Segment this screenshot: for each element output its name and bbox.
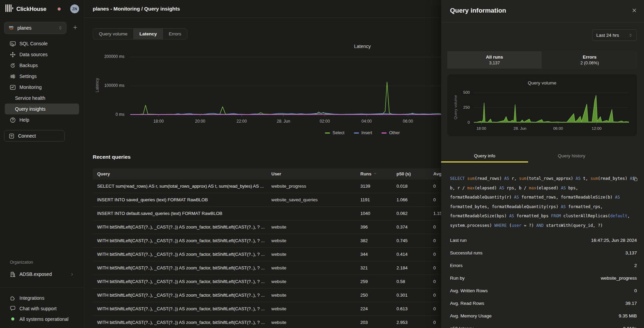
legend-item-insert[interactable]: Insert <box>354 130 372 135</box>
add-service-button[interactable] <box>71 23 80 33</box>
legend-item-select[interactable]: Select <box>325 130 344 135</box>
sidebar-item-query-insights[interactable]: Query insights <box>5 104 79 114</box>
sidebar-item-system-status[interactable]: All systems operational <box>5 314 79 324</box>
cell-runs: 203 <box>360 320 396 325</box>
y-tick-label: 100000 ms <box>91 83 124 88</box>
x-tick-label: 22:00 <box>237 119 247 124</box>
time-range-select[interactable]: Last 24 hrs <box>592 29 637 41</box>
service-row: aws planes <box>4 22 80 34</box>
time-range-value: Last 24 hrs <box>596 33 619 38</box>
sidebar-item-backups[interactable]: Backups <box>5 60 79 71</box>
cell-user: website <box>271 306 360 311</box>
summary-tab-value: 3,137 <box>489 61 500 65</box>
tab-query-info[interactable]: Query info <box>441 150 528 162</box>
sidebar-item-label: Monitoring <box>19 84 42 90</box>
tab-latency[interactable]: Latency <box>133 29 163 39</box>
chart-type-tabs: Query volumeLatencyErrors <box>93 28 188 40</box>
y-tick-label: 0 ms <box>91 112 124 117</box>
connect-icon <box>9 133 15 139</box>
volume-chart-title: Query volume <box>447 80 637 85</box>
column-header-query: Query <box>97 171 271 176</box>
x-tick-label: 18:00 <box>153 119 164 124</box>
building-icon <box>10 271 16 278</box>
query-stats: Last run16:47:25, Jun 28 2024Successful … <box>450 234 637 328</box>
sidebar-item-label: SQL Console <box>19 41 48 46</box>
legend-item-other[interactable]: Other <box>381 130 400 135</box>
stat-row: Errors2 <box>450 259 637 272</box>
brand-name: ClickHouse <box>16 6 46 12</box>
cell-query: WITH bitShiftLeft(CAST(?..), _CAST(?..))… <box>97 279 271 284</box>
cell-runs: 1040 <box>360 211 396 216</box>
cell-runs: 396 <box>360 224 396 230</box>
chevron-updown-icon <box>628 33 633 37</box>
query-volume-card: Query volume Query volume 500250018:0028… <box>447 74 637 136</box>
sidebar-item-settings[interactable]: Settings <box>5 71 79 82</box>
y-tick-label: 0 <box>458 120 470 124</box>
chevron-right-icon <box>70 272 74 277</box>
cell-runs: 3139 <box>360 184 396 189</box>
cell-runs: 344 <box>360 252 396 257</box>
sidebar-item-label: Data sources <box>19 52 47 57</box>
stat-value: 9.35 MiB <box>619 313 637 318</box>
data-icon <box>10 51 16 58</box>
sidebar-item-label: Chat with support <box>19 306 57 311</box>
summary-tab-all-runs[interactable]: All runs3,137 <box>447 51 542 69</box>
cell-query: WITH bitShiftLeft(CAST(?..), _CAST(?..))… <box>97 306 271 311</box>
stat-label: Last run <box>450 238 467 243</box>
tab-errors[interactable]: Errors <box>163 29 187 39</box>
stat-label: Errors <box>450 263 463 268</box>
column-header-runs[interactable]: Runs <box>360 171 396 176</box>
panel-title: Query information <box>450 7 506 14</box>
stat-row: Run bywebsite_progress <box>450 272 637 284</box>
sidebar-item-sql-console[interactable]: SQL Console <box>5 38 79 49</box>
summary-tab-errors[interactable]: Errors2 (0.06%) <box>542 51 637 69</box>
sidebar-item-organization[interactable]: ADSB.exposed <box>5 269 79 280</box>
sidebar-item-service-health[interactable]: Service health <box>5 93 79 104</box>
svg-text:aws: aws <box>9 26 14 28</box>
stat-value: website_progress <box>601 276 637 281</box>
stat-row: Avg. Memory Usage9.35 MiB <box>450 310 637 322</box>
close-icon[interactable] <box>631 7 637 14</box>
sql-query-code: SELECT sum(read_rows) AS r, sum(total_ro… <box>450 174 638 230</box>
cell-query: WITH bitShiftLeft(CAST(?..), _CAST(?..))… <box>97 252 271 257</box>
sidebar-item-label: Service health <box>15 95 45 101</box>
column-header-p50-s-: p50 (s) <box>396 171 433 176</box>
cell-runs: 250 <box>360 293 396 298</box>
sidebar-footer: IntegrationsChat with supportAll systems… <box>5 293 79 324</box>
tab-query-history[interactable]: Query history <box>528 150 615 162</box>
cell-runs: 224 <box>360 306 396 311</box>
stat-value: 0.018s <box>623 326 637 328</box>
sidebar-item-chat-with-support[interactable]: Chat with support <box>5 303 79 314</box>
sidebar-item-data-sources[interactable]: Data sources <box>5 49 79 60</box>
copy-icon[interactable] <box>632 176 638 182</box>
cell-user: website_saved_queries <box>271 197 360 202</box>
x-tick-label: 28. Jun <box>277 119 290 124</box>
cell-p50: 2.184 <box>396 265 433 270</box>
settings-icon <box>10 73 16 80</box>
aws-icon: aws <box>8 25 15 32</box>
cell-p50: 0.745 <box>396 238 433 243</box>
legend-label: Select <box>332 130 344 135</box>
stat-value: 39.17 <box>625 301 637 306</box>
sidebar-item-monitoring[interactable]: Monitoring <box>5 82 79 93</box>
x-tick-label: 18:00 <box>476 126 486 130</box>
tab-query-volume[interactable]: Query volume <box>93 29 133 39</box>
summary-tabs: All runs3,137Errors2 (0.06%) <box>447 51 637 69</box>
sidebar-item-integrations[interactable]: Integrations <box>5 293 79 303</box>
sidebar-item-label: Query insights <box>15 106 45 112</box>
puzzle-icon <box>10 295 16 301</box>
legend-swatch <box>325 132 330 134</box>
cell-user: website_progress <box>271 184 360 189</box>
service-selector[interactable]: aws planes <box>4 22 66 34</box>
x-tick-label: 06:00 <box>553 126 563 130</box>
avatar[interactable]: ZN <box>70 4 79 13</box>
sidebar-item-help[interactable]: Help <box>5 114 79 125</box>
sidebar-item-label: Integrations <box>19 295 44 301</box>
help-icon <box>10 117 16 123</box>
cell-p50: 0.062 <box>396 211 433 216</box>
sidebar-item-label: Backups <box>19 63 38 68</box>
x-tick-label: 06:00 <box>403 119 413 124</box>
connect-button[interactable]: Connect <box>4 130 65 142</box>
brand-row: ClickHouse ZN <box>5 4 79 14</box>
notification-dot-icon <box>58 7 61 11</box>
